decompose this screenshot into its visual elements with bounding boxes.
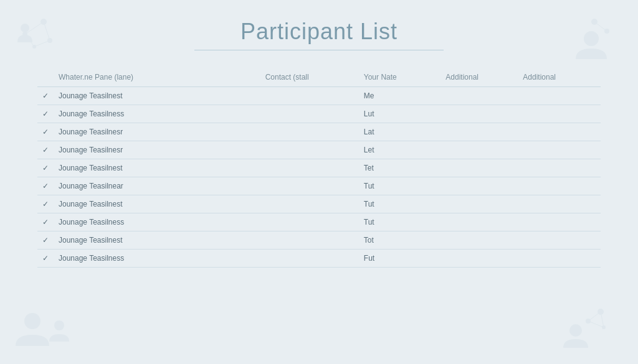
row-name: Jounage Teasilnear	[54, 177, 260, 195]
row-check: ✓	[37, 123, 54, 141]
row-additional1	[440, 177, 518, 195]
row-check: ✓	[37, 159, 54, 177]
table-row: ✓Jounage TeasilnearTut	[37, 177, 601, 195]
row-name: Jounage Teasilnest	[54, 231, 260, 250]
header-row: Whater.ne Pane (lane) Contact (stall You…	[37, 69, 601, 87]
row-contact	[260, 123, 359, 141]
row-name: Jounage Teasilnest	[54, 195, 260, 213]
row-additional1	[440, 213, 518, 231]
title-divider	[194, 50, 444, 50]
row-name: Jounage Teasilness	[54, 213, 260, 231]
row-contact	[260, 213, 359, 231]
row-check: ✓	[37, 105, 54, 123]
row-yournate: Lut	[359, 105, 440, 123]
row-check: ✓	[37, 87, 54, 105]
table-row: ✓Jounage TeasilnestTot	[37, 231, 601, 250]
row-yournate: Tut	[359, 195, 440, 213]
row-check: ✓	[37, 141, 54, 159]
table-row: ✓Jounage TeasilnessFut	[37, 250, 601, 268]
svg-line-18	[588, 312, 601, 321]
table-row: ✓Jounage TeasilnessLut	[37, 105, 601, 123]
row-contact	[260, 87, 359, 105]
row-additional1	[440, 250, 518, 268]
table-row: ✓Jounage TeasilnestTet	[37, 159, 601, 177]
participant-table: Whater.ne Pane (lane) Contact (stall You…	[37, 69, 601, 268]
svg-line-20	[588, 321, 604, 327]
table-row: ✓Jounage TeasilnesrLat	[37, 123, 601, 141]
row-name: Jounage Teasilnesr	[54, 141, 260, 159]
row-additional2	[518, 213, 601, 231]
row-yournate: Me	[359, 87, 440, 105]
header-check	[37, 69, 54, 87]
row-yournate: Fut	[359, 250, 440, 268]
row-name: Jounage Teasilnest	[54, 87, 260, 105]
row-name: Jounage Teasilnest	[54, 159, 260, 177]
table-body: ✓Jounage TeasilnestMe✓Jounage Teasilness…	[37, 87, 601, 268]
header-name: Whater.ne Pane (lane)	[54, 69, 260, 87]
row-contact	[260, 141, 359, 159]
row-contact	[260, 159, 359, 177]
row-additional2	[518, 123, 601, 141]
row-name: Jounage Teasilnesr	[54, 123, 260, 141]
row-yournate: Tet	[359, 159, 440, 177]
header-contact: Contact (stall	[260, 69, 359, 87]
row-contact	[260, 177, 359, 195]
row-additional2	[518, 105, 601, 123]
svg-point-14	[54, 320, 64, 330]
bg-decoration-bottom-left2	[47, 318, 72, 345]
row-yournate: Tut	[359, 213, 440, 231]
row-contact	[260, 195, 359, 213]
page-container: Participant List Whater.ne Pane (lane) C…	[0, 0, 638, 286]
row-contact	[260, 105, 359, 123]
svg-point-21	[569, 324, 582, 337]
row-contact	[260, 231, 359, 250]
table-row: ✓Jounage TeasilnestTut	[37, 195, 601, 213]
table-header: Whater.ne Pane (lane) Contact (stall You…	[37, 69, 601, 87]
header-additional2: Additional	[518, 69, 601, 87]
row-check: ✓	[37, 195, 54, 213]
row-yournate: Tot	[359, 231, 440, 250]
row-additional2	[518, 250, 601, 268]
header-additional1: Additional	[440, 69, 518, 87]
row-additional2	[518, 141, 601, 159]
row-contact	[260, 250, 359, 268]
row-yournate: Let	[359, 141, 440, 159]
row-additional1	[440, 87, 518, 105]
row-additional1	[440, 123, 518, 141]
row-additional1	[440, 105, 518, 123]
svg-point-13	[24, 313, 40, 329]
table-row: ✓Jounage TeasilnestMe	[37, 87, 601, 105]
row-check: ✓	[37, 213, 54, 231]
row-additional1	[440, 231, 518, 250]
row-yournate: Tut	[359, 177, 440, 195]
row-check: ✓	[37, 231, 54, 250]
row-additional2	[518, 87, 601, 105]
row-additional2	[518, 159, 601, 177]
row-name: Jounage Teasilness	[54, 250, 260, 268]
row-yournate: Lat	[359, 123, 440, 141]
header-yournate: Your Nate	[359, 69, 440, 87]
row-additional1	[440, 195, 518, 213]
row-check: ✓	[37, 250, 54, 268]
row-check: ✓	[37, 177, 54, 195]
row-additional1	[440, 159, 518, 177]
table-row: ✓Jounage TeasilnesrLet	[37, 141, 601, 159]
row-additional1	[440, 141, 518, 159]
row-name: Jounage Teasilness	[54, 105, 260, 123]
bg-decoration-bottom-right	[557, 299, 613, 352]
row-additional2	[518, 231, 601, 250]
page-title: Participant List	[37, 19, 601, 45]
table-row: ✓Jounage TeasilnessTut	[37, 213, 601, 231]
row-additional2	[518, 195, 601, 213]
row-additional2	[518, 177, 601, 195]
